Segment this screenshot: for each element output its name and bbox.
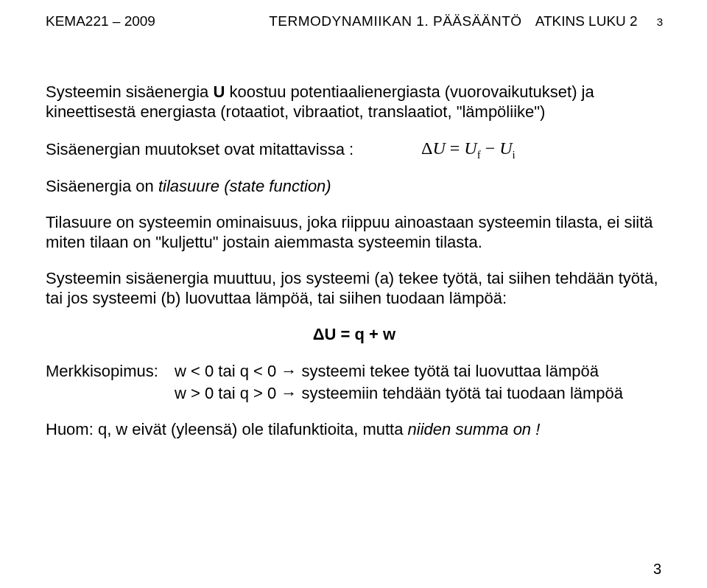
paragraph-change: Systeemin sisäenergia muuttuu, jos syste…: [46, 269, 663, 309]
text: Huom: q, w eivät (yleensä) ole tilafunkt…: [46, 420, 408, 438]
text: w > 0 tai q > 0: [175, 384, 281, 402]
text: Sisäenergia on: [46, 177, 158, 195]
document-page: KEMA221 – 2009 TERMODYNAMIIKAN 1. PÄÄSÄÄ…: [0, 0, 707, 463]
symbol-Ui: U: [499, 139, 512, 158]
italic-note: niiden summa on !: [408, 420, 541, 438]
paragraph-tilasuure: Tilasuure on systeemin ominaisuus, joka …: [46, 213, 663, 253]
formula-deltaU: ΔU = Uf − Ui: [421, 139, 516, 161]
page-number-top: 3: [657, 15, 663, 28]
delta-symbol: Δ: [421, 139, 432, 158]
page-number-bottom: 3: [653, 561, 661, 578]
row-measurable: Sisäenergian muutokset ovat mitattavissa…: [46, 139, 663, 161]
paragraph-intro: Systeemin sisäenergia U koostuu potentia…: [46, 83, 663, 122]
course-code: KEMA221 – 2009: [46, 13, 155, 29]
equation-text: ΔU = q + w: [313, 325, 395, 343]
label-measurable: Sisäenergian muutokset ovat mitattavissa…: [46, 140, 421, 159]
equals: =: [446, 139, 465, 158]
sign-convention: Merkkisopimus: w < 0 tai q < 0 → systeem…: [46, 360, 663, 406]
paragraph-note: Huom: q, w eivät (yleensä) ole tilafunkt…: [46, 420, 663, 440]
arrow-icon: →: [281, 362, 297, 380]
doc-title-right: ATKINS LUKU 2: [535, 13, 638, 29]
paragraph-statefunction: Sisäenergia on tilasuure (state function…: [46, 177, 663, 197]
doc-title-center: TERMODYNAMIIKAN 1. PÄÄSÄÄNTÖ: [269, 13, 521, 29]
text: systeemiin tehdään työtä tai tuodaan läm…: [297, 384, 623, 402]
symbol-Uf: U: [464, 139, 476, 158]
subscript-i: i: [513, 148, 516, 160]
conv-row1: w < 0 tai q < 0 → systeemi tekee työtä t…: [175, 360, 599, 383]
italic-statefunction: tilasuure (state function): [158, 177, 331, 195]
symbol-U: U: [213, 83, 225, 101]
text: systeemi tekee työtä tai luovuttaa lämpö…: [297, 362, 599, 380]
text: Systeemin sisäenergia: [46, 83, 213, 101]
arrow-icon: →: [281, 384, 297, 402]
label-signconv: Merkkisopimus:: [46, 360, 175, 383]
page-header: KEMA221 – 2009 TERMODYNAMIIKAN 1. PÄÄSÄÄ…: [46, 13, 663, 29]
indent: [46, 382, 175, 405]
symbol-U: U: [432, 139, 445, 158]
text: w < 0 tai q < 0: [175, 362, 281, 380]
equation-first-law: ΔU = q + w: [46, 325, 663, 344]
minus: −: [481, 139, 500, 158]
conv-row2: w > 0 tai q > 0 → systeemiin tehdään työ…: [175, 382, 623, 405]
